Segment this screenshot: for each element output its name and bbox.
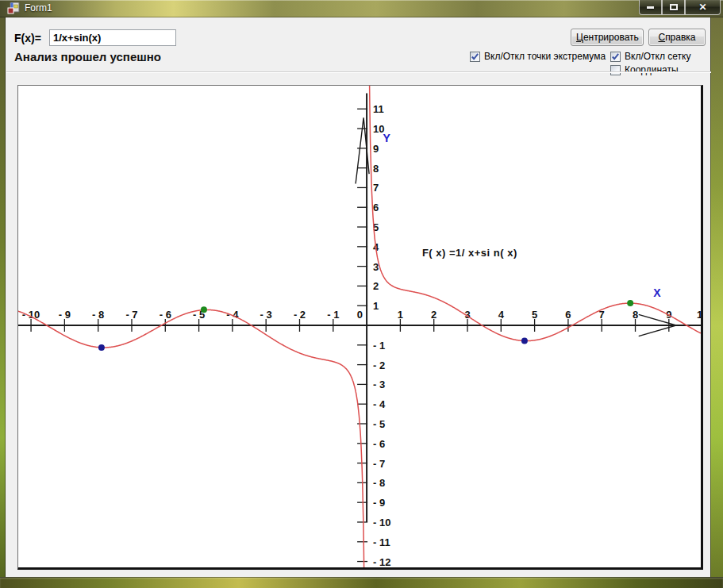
svg-text:- 7: - 7 — [373, 458, 385, 470]
svg-text:- 11: - 11 — [373, 536, 390, 548]
svg-text:0: 0 — [357, 309, 363, 321]
svg-text:- 1: - 1 — [373, 340, 385, 352]
svg-text:- 3: - 3 — [373, 379, 385, 390]
svg-text:Y: Y — [383, 132, 390, 144]
close-icon: ✕ — [698, 2, 706, 12]
close-button[interactable]: ✕ — [685, 0, 721, 15]
svg-text:X: X — [653, 286, 661, 299]
checkbox-grid-label: Вкл/Откл сетку — [625, 51, 690, 62]
svg-text:- 1: - 1 — [327, 309, 339, 321]
maximize-button[interactable] — [662, 0, 685, 15]
checkbox-grid-box[interactable] — [610, 52, 621, 62]
check-icon — [611, 52, 620, 61]
svg-text:4: 4 — [498, 309, 505, 321]
checkbox-extrema-points-label: Вкл/Откл точки экстремума — [484, 51, 606, 62]
svg-text:- 3: - 3 — [260, 309, 272, 321]
svg-text:1: 1 — [373, 300, 379, 312]
svg-text:- 4: - 4 — [373, 398, 386, 410]
function-plot-canvas[interactable]: - 10- 9- 8- 7- 6- 5- 4- 3- 2- 1123456789… — [18, 86, 701, 567]
minimize-icon — [647, 6, 654, 9]
svg-text:2: 2 — [431, 309, 436, 321]
svg-text:- 9: - 9 — [59, 309, 71, 321]
svg-text:10: 10 — [697, 309, 701, 321]
checkbox-coordinates[interactable]: Координаты — [610, 64, 679, 75]
function-input[interactable] — [49, 29, 176, 46]
checkbox-coordinates-box[interactable] — [610, 65, 621, 75]
check-icon — [471, 52, 479, 61]
svg-text:- 8: - 8 — [373, 477, 385, 489]
status-text: Анализ прошел успешно — [14, 50, 161, 63]
svg-text:8: 8 — [373, 163, 379, 175]
svg-text:6: 6 — [565, 309, 571, 321]
form-app-icon — [7, 2, 20, 15]
svg-text:- 2: - 2 — [373, 359, 385, 371]
toolbar-separator — [6, 71, 711, 73]
svg-text:2: 2 — [373, 280, 379, 292]
svg-text:- 5: - 5 — [373, 418, 385, 430]
svg-text:F( x) =1/ x+si n( x): F( x) =1/ x+si n( x) — [422, 247, 517, 259]
svg-text:1: 1 — [398, 309, 403, 321]
window-border-right — [710, 17, 723, 578]
svg-text:- 4: - 4 — [226, 309, 239, 321]
svg-text:- 6: - 6 — [160, 309, 171, 321]
svg-text:- 7: - 7 — [125, 309, 137, 321]
checkbox-extrema-points[interactable]: Вкл/Откл точки экстремума — [470, 51, 606, 62]
svg-text:- 10: - 10 — [373, 517, 390, 528]
svg-text:- 9: - 9 — [373, 497, 385, 509]
svg-text:8: 8 — [633, 309, 638, 321]
plot-panel[interactable]: - 10- 9- 8- 7- 6- 5- 4- 3- 2- 1123456789… — [17, 85, 703, 570]
help-button[interactable]: Справка — [648, 29, 706, 46]
caption-button-group: ✕ — [639, 0, 721, 15]
title-bar[interactable]: Form1 ✕ — [0, 0, 723, 17]
svg-text:11: 11 — [373, 103, 384, 115]
minimize-button[interactable] — [639, 0, 662, 15]
window-border-bottom — [0, 577, 723, 588]
checkbox-extrema-points-box[interactable] — [470, 52, 480, 62]
center-button[interactable]: Центрировать — [571, 29, 644, 46]
svg-text:9: 9 — [373, 143, 379, 155]
checkbox-grid[interactable]: Вкл/Откл сетку — [610, 51, 690, 62]
svg-text:- 10: - 10 — [22, 309, 40, 321]
checkbox-coordinates-label: Координаты — [625, 64, 679, 75]
svg-text:- 12: - 12 — [373, 556, 390, 567]
svg-text:5: 5 — [532, 309, 537, 321]
window-title: Form1 — [25, 2, 52, 13]
function-label: F(x)= — [14, 32, 41, 44]
svg-text:- 8: - 8 — [92, 309, 104, 321]
svg-text:7: 7 — [373, 182, 379, 194]
svg-text:- 6: - 6 — [373, 438, 385, 450]
window-border-left — [0, 17, 6, 578]
app-window: Form1 ✕ F(x)= Анализ прошел успешно Цент… — [0, 0, 723, 588]
maximize-icon — [670, 4, 678, 10]
svg-text:- 2: - 2 — [294, 309, 306, 321]
svg-text:6: 6 — [373, 202, 379, 213]
